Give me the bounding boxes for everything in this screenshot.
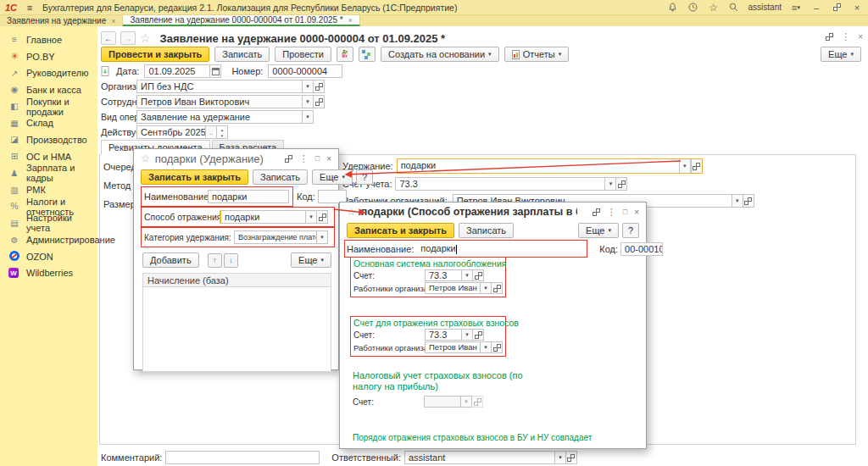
create-based-on-button[interactable]: Создать на основании▾ xyxy=(381,47,499,62)
save-and-close-button[interactable]: Записать и закрыть xyxy=(141,169,248,185)
dtkt-postings-icon[interactable]: ДтКт xyxy=(337,47,353,62)
open-link-icon[interactable] xyxy=(566,451,577,464)
calendar-icon[interactable] xyxy=(210,64,221,78)
sec2-workers-field[interactable]: Петров Иван Викторов xyxy=(425,341,481,353)
close-dialog-icon[interactable]: × xyxy=(326,154,331,164)
help-button[interactable]: ? xyxy=(356,169,373,185)
dropdown-icon[interactable]: ▾ xyxy=(680,159,691,173)
sidebar-item-wildberries[interactable]: WWildberries xyxy=(0,265,97,282)
sec1-account-field[interactable]: 73.3 xyxy=(425,269,462,281)
more-menu-icon[interactable]: ⋮ xyxy=(841,31,850,42)
organization-field[interactable]: ИП без НДС xyxy=(136,80,303,93)
table-column-header[interactable]: Начисление (база) xyxy=(142,273,331,287)
reports-button[interactable]: Отчеты▾ xyxy=(504,47,570,62)
more-table-button[interactable]: Еще▾ xyxy=(291,252,331,268)
save-and-close-button[interactable]: Записать и закрыть xyxy=(347,223,454,238)
deduction-field[interactable]: подарки xyxy=(398,159,680,173)
employee-field[interactable]: Петров Иван Викторович xyxy=(136,95,303,108)
sidebar-item-nastroyki-ucheta[interactable]: ▤Настройки учета xyxy=(0,215,97,232)
name-field[interactable]: подарки xyxy=(208,190,289,203)
maximize-icon[interactable]: □ xyxy=(315,154,320,163)
favorite-star-icon[interactable]: ☆ xyxy=(141,153,150,164)
open-link-icon[interactable] xyxy=(492,341,503,353)
close-dialog-icon[interactable]: × xyxy=(634,208,639,217)
sidebar-item-proizvodstvo[interactable]: ◪Производство xyxy=(0,131,97,148)
favorite-star-icon[interactable]: ☆ xyxy=(347,206,356,218)
sidebar-item-poby[interactable]: ✳PO.BY xyxy=(0,48,97,65)
sidebar-item-rukovoditelyu[interactable]: ↗Руководителю xyxy=(0,64,97,81)
date-field[interactable]: 01.09.2025 xyxy=(144,64,210,78)
get-link-icon[interactable] xyxy=(593,208,600,216)
open-link-icon[interactable] xyxy=(473,329,484,341)
get-link-icon[interactable] xyxy=(285,155,292,163)
dropdown-icon[interactable]: ▾ xyxy=(317,230,328,244)
open-link-icon[interactable] xyxy=(314,95,325,108)
clear-icon[interactable]: .. xyxy=(206,125,217,139)
table-body-empty[interactable] xyxy=(142,287,331,372)
valid-from-field[interactable]: Сентябрь 2025 г. xyxy=(136,125,206,139)
account-field[interactable]: 73.3 xyxy=(395,177,605,191)
save-button[interactable]: Записать xyxy=(214,47,270,62)
more-button[interactable]: Еще▾ xyxy=(821,47,861,62)
dropdown-icon[interactable]: ▾ xyxy=(303,95,314,108)
maximize-icon[interactable]: □ xyxy=(623,208,627,216)
sidebar-item-pokupki-prodazhi[interactable]: ◧Покупки и продажи xyxy=(0,98,97,115)
structure-subordination-icon[interactable] xyxy=(359,47,376,62)
reflection-method-field[interactable]: подарки xyxy=(220,210,306,224)
code-field[interactable]: 00-00010 xyxy=(620,242,663,256)
open-link-icon[interactable] xyxy=(314,80,325,93)
dropdown-icon[interactable]: ▾ xyxy=(461,396,472,408)
favorites-star-icon[interactable]: ☆ xyxy=(708,2,720,14)
number-field[interactable]: 0000-000004 xyxy=(268,64,342,78)
post-and-close-button[interactable]: Провести и закрыть xyxy=(101,47,209,62)
favorite-star-icon[interactable]: ☆ xyxy=(140,31,151,45)
dropdown-icon[interactable]: ▾ xyxy=(462,329,473,341)
open-link-icon[interactable] xyxy=(616,177,627,191)
move-up-icon[interactable]: ↑ xyxy=(208,253,222,268)
comment-field[interactable] xyxy=(165,451,320,464)
sidebar-item-glavnoe[interactable]: ≡Главное xyxy=(0,31,97,48)
open-link-icon[interactable] xyxy=(743,194,754,208)
notifications-bell-icon[interactable] xyxy=(667,2,679,14)
save-button[interactable]: Записать xyxy=(253,169,308,185)
name-field[interactable]: подарки xyxy=(417,242,591,256)
move-down-icon[interactable]: ↓ xyxy=(224,253,238,268)
post-button[interactable]: Провести xyxy=(275,47,331,62)
dropdown-icon[interactable]: ▾ xyxy=(303,80,314,93)
back-button[interactable]: ← xyxy=(101,31,116,45)
close-window-icon[interactable]: × xyxy=(851,2,863,14)
open-link-icon[interactable] xyxy=(317,210,328,224)
main-menu-icon[interactable]: ≡ xyxy=(24,2,36,14)
sidebar-item-ozon[interactable]: OZON xyxy=(0,248,97,265)
sec1-workers-field[interactable]: Петров Иван Викторов xyxy=(425,282,481,294)
search-icon[interactable] xyxy=(728,2,740,14)
open-link-icon[interactable] xyxy=(691,159,702,173)
settings-menu-icon[interactable]: ≡▾ xyxy=(790,2,802,14)
open-link-icon[interactable] xyxy=(492,282,503,294)
save-button[interactable]: Записать xyxy=(459,223,514,238)
open-link-icon[interactable] xyxy=(473,269,484,281)
more-button[interactable]: Еще▾ xyxy=(578,223,619,238)
forward-button[interactable]: → xyxy=(120,31,136,45)
tab-deduction-list[interactable]: Заявления на удержание × xyxy=(0,15,123,26)
more-button[interactable]: Еще▾ xyxy=(312,169,353,185)
dropdown-icon[interactable]: ▾ xyxy=(481,282,492,294)
sidebar-item-zarplata-kadry[interactable]: ♟Зарплата и кадры xyxy=(0,165,97,182)
restore-window-icon[interactable] xyxy=(831,2,843,14)
dropdown-icon[interactable]: ▾ xyxy=(462,269,473,281)
operation-type-field[interactable]: Заявление на удержание xyxy=(136,110,303,124)
history-clock-icon[interactable] xyxy=(687,2,699,14)
period-spinner[interactable]: ▴▾ xyxy=(217,125,228,139)
current-user[interactable]: assistant xyxy=(748,3,782,12)
more-menu-icon[interactable]: ⋮ xyxy=(299,153,309,164)
sec3-account-field[interactable] xyxy=(424,396,461,408)
responsible-field[interactable]: assistant xyxy=(404,451,555,464)
dropdown-icon[interactable]: ▾ xyxy=(605,177,616,191)
more-menu-icon[interactable]: ⋮ xyxy=(607,207,616,218)
sidebar-item-administrirovanie[interactable]: ⚙Администрирование xyxy=(0,231,97,248)
help-button[interactable]: ? xyxy=(622,223,639,238)
open-link-icon[interactable] xyxy=(472,396,483,408)
get-link-icon[interactable] xyxy=(826,33,833,41)
dropdown-icon[interactable]: ▾ xyxy=(303,110,314,124)
sidebar-item-sklad[interactable]: ▦Склад xyxy=(0,114,97,131)
